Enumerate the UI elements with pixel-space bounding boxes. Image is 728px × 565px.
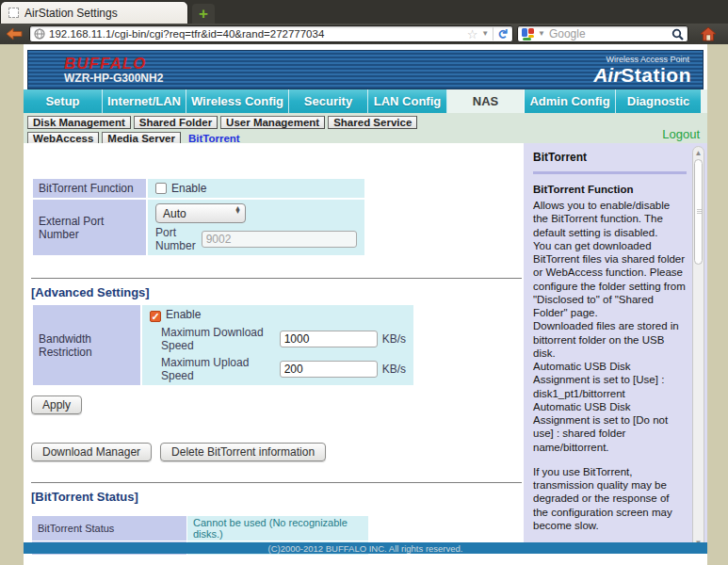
help-function-heading: BitTorrent Function [533,184,687,195]
table-row: BitTorrent Status Cannot be used (No rec… [32,516,368,541]
advanced-settings-heading: [Advanced Settings] [31,285,530,299]
browser-tab-title: AirStation Settings [24,7,118,20]
search-placeholder[interactable]: Google [549,27,668,40]
header-tagline: Wireless Access Point [606,55,689,64]
enable-label: Enable [171,182,206,195]
bandwidth-restriction-value: ✓Enable Maximum Download Speed KB/s Maxi… [142,305,413,385]
section-divider [31,482,522,483]
help-title: BitTorrent [533,151,687,164]
help-scrollbar[interactable]: ▲ ▼ [692,146,704,551]
home-icon [700,26,717,41]
scrollbar-thumb[interactable] [694,159,703,265]
page-footer: (C)2000-2012 BUFFALO INC. All rights res… [24,542,707,554]
download-unit: KB/s [382,332,406,346]
bittorrent-function-table: BitTorrent Function Enable External Port… [31,177,366,257]
back-arrow-icon [5,27,24,40]
reload-icon[interactable]: ↻ [496,28,510,40]
tab-wireless-config[interactable]: Wireless Config [186,89,289,113]
bittorrent-enable-checkbox[interactable] [155,183,167,194]
subnav-bittorrent[interactable]: BitTorrent [184,133,245,144]
apply-button[interactable]: Apply [31,396,82,414]
help-function-text: Allows you to enable/disable the BitTorr… [533,199,687,454]
browser-tab[interactable]: AirStation Settings [0,1,188,24]
home-button[interactable] [698,25,719,42]
help-divider [533,171,687,174]
globe-icon [34,28,45,40]
divider [493,27,493,40]
back-button[interactable] [3,25,25,42]
main-content: BitTorrent Function Enable External Port… [24,143,707,554]
desktop-background: BUFFALO WZR-HP-G300NH2 Wireless Access P… [0,44,728,565]
port-number-label: Port Number [155,226,197,252]
search-icon[interactable] [671,28,684,40]
section-divider [31,278,522,279]
tab-internet-lan[interactable]: Internet/LAN [103,89,186,113]
tab-lan-config[interactable]: LAN Config [368,89,447,113]
tab-diagnostic[interactable]: Diagnostic [616,89,701,113]
bittorrent-function-label: BitTorrent Function [33,179,146,198]
airstation-logo-station: Station [621,64,691,86]
external-port-value: Auto ▲▼ Port Number [148,200,364,255]
max-upload-label: Maximum Upload Speed [161,356,275,382]
bandwidth-enable-label: Enable [166,308,201,321]
status-row-label: BitTorrent Status [32,516,186,541]
model-number: WZR-HP-G300NH2 [64,72,163,85]
upload-unit: KB/s [382,363,406,376]
select-spinner-icon: ▲▼ [235,206,241,214]
scroll-up-icon[interactable]: ▲ [693,150,704,157]
search-bar[interactable]: ▼ Google [517,25,688,42]
port-number-input[interactable] [202,231,357,248]
airstation-page: BUFFALO WZR-HP-G300NH2 Wireless Access P… [24,44,707,565]
tab-setup[interactable]: Setup [24,89,103,113]
url-dropdown-icon[interactable]: ▼ [481,30,489,38]
browser-toolbar: 192.168.11.1/cgi-bin/cgi?req=tfr&id=40&r… [0,24,728,44]
max-download-input[interactable] [280,331,378,347]
tab-admin-config[interactable]: Admin Config [525,89,616,113]
bandwidth-table: Bandwidth Restriction ✓Enable Maximum Do… [31,303,415,387]
delete-bittorrent-info-button[interactable]: Delete BitTorrent information [160,443,326,461]
bittorrent-function-value: Enable [148,179,364,198]
url-text[interactable]: 192.168.11.1/cgi-bin/cgi?req=tfr&id=40&r… [49,28,463,40]
download-manager-button[interactable]: Download Manager [31,443,152,461]
subnav-shared-folder[interactable]: Shared Folder [134,116,218,129]
browser-tabbar: AirStation Settings + [0,0,728,24]
max-upload-input[interactable] [280,361,378,378]
bookmark-star-icon[interactable]: ☆ [467,28,478,40]
tab-nas[interactable]: NAS [447,89,525,113]
google-engine-icon[interactable] [522,28,534,40]
page-favicon-icon [8,8,19,18]
port-mode-selected: Auto [163,207,186,220]
bittorrent-status-heading: [BitTorrent Status] [31,490,530,504]
bandwidth-restriction-label: Bandwidth Restriction [33,305,140,385]
search-engine-dropdown-icon[interactable]: ▼ [538,30,545,38]
browser-window: AirStation Settings + 192.168.11.1/cgi-b… [0,0,728,565]
table-row: External Port Number Auto ▲▼ Port Number [33,200,364,255]
subnav-disk-management[interactable]: Disk Management [27,116,131,129]
status-row-value: Cannot be used (No recognizable disks.) [187,516,368,541]
help-panel: BitTorrent BitTorrent Function Allows yo… [524,143,707,554]
bandwidth-enable-checkbox[interactable]: ✓ [150,311,161,322]
url-bar[interactable]: 192.168.11.1/cgi-bin/cgi?req=tfr&id=40&r… [29,25,513,42]
port-mode-select[interactable]: Auto ▲▼ [155,203,246,223]
airstation-logo-air: Air [593,64,621,86]
help-warning-text: If you use BitTorrent, transmission qual… [533,465,687,532]
subnav-shared-service[interactable]: Shared Service [328,116,417,129]
table-row: BitTorrent Function Enable [33,179,364,198]
buffalo-logo: BUFFALO [64,55,146,73]
sub-nav: Disk Management Shared Folder User Manag… [24,113,707,143]
logout-link[interactable]: Logout [662,127,700,141]
main-nav: Setup Internet/LAN Wireless Config Secur… [24,89,707,113]
max-download-label: Maximum Download Speed [161,326,275,352]
airstation-logo: AirStation [593,64,691,87]
new-tab-button[interactable]: + [192,4,215,24]
external-port-label: External Port Number [33,200,146,255]
table-row: Bandwidth Restriction ✓Enable Maximum Do… [33,305,413,385]
copyright-text: (C)2000-2012 BUFFALO INC. All rights res… [268,543,463,554]
page-header: BUFFALO WZR-HP-G300NH2 Wireless Access P… [27,50,704,89]
subnav-user-management[interactable]: User Management [220,116,325,129]
tab-security[interactable]: Security [289,89,368,113]
